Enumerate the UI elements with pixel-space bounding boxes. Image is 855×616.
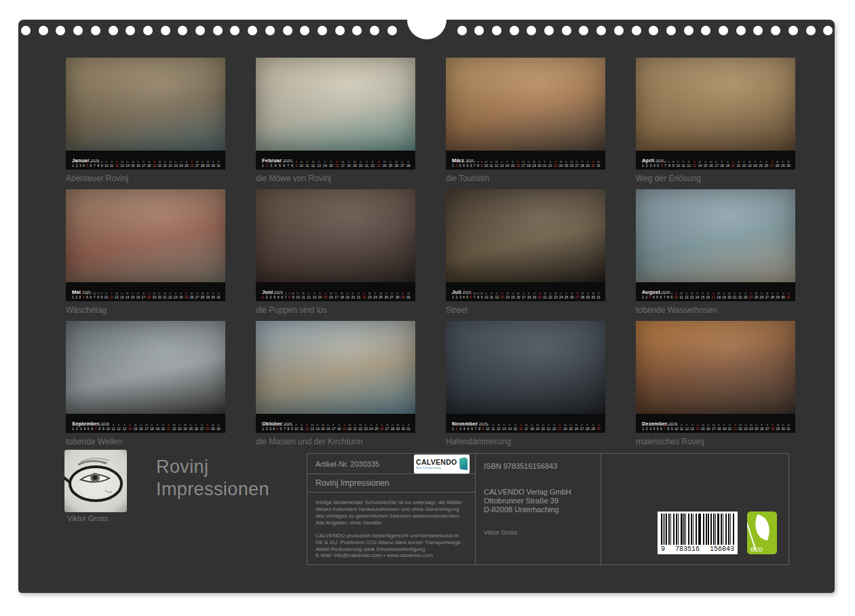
month-photo: [256, 189, 415, 282]
mini-day: M23: [554, 292, 558, 299]
mini-day: M22: [358, 423, 362, 431]
mini-day: S12: [687, 160, 691, 168]
legal-paragraph-eco: CALVENDO produziert bedarfsgerecht und k…: [316, 533, 467, 553]
mini-day: S16: [706, 292, 710, 299]
mini-day: M12: [497, 423, 501, 431]
mini-calendar-days: M1D2M3D4F5S6S7M8D9M10D11F12S13S14M15D16M…: [642, 423, 791, 431]
mini-day: S16: [516, 160, 520, 168]
mini-day: D11: [112, 423, 115, 431]
mini-day: S23: [558, 423, 562, 431]
mini-day: S9: [482, 423, 484, 431]
mini-day: M22: [172, 423, 176, 431]
mini-day: M10: [484, 160, 488, 168]
mini-calendar-days: F1S2S3M4D5M6D7F8S9S10M11D12M13D14F15S16S…: [642, 292, 791, 299]
mini-day: F5: [88, 423, 90, 431]
mini-day: S18: [147, 292, 151, 299]
mini-day: D7: [664, 292, 666, 299]
mini-day: M10: [106, 423, 110, 431]
mini-day: M19: [152, 292, 156, 299]
mini-day: D19: [345, 292, 349, 299]
mini-day: M27: [385, 423, 390, 431]
month-caption: Abenteuer Rovinj: [66, 174, 225, 183]
mini-day: F21: [547, 423, 551, 431]
mini-day: M7: [94, 292, 96, 299]
mini-day: S6: [661, 160, 663, 168]
mini-day: M27: [195, 160, 200, 168]
mini-day: S10: [104, 292, 109, 299]
mini-day: D26: [384, 292, 388, 299]
mini-day: M16: [516, 292, 520, 299]
mini-calendar: Juni2025 S1M2D3M4D5F6S7S8M9D10M11D12F13S…: [256, 282, 415, 301]
calendar-title-line2: Impressionen: [156, 479, 269, 499]
mini-day: D22: [168, 292, 172, 299]
mini-day: F29: [776, 292, 780, 299]
mini-day: S24: [749, 292, 753, 299]
mini-day: F22: [738, 292, 742, 299]
author-photo-sketch: [64, 450, 127, 512]
punch-hole: [614, 26, 624, 35]
mini-day: D14: [696, 292, 700, 299]
mini-day: S13: [690, 423, 694, 431]
month-photo: [66, 321, 225, 414]
calvendo-logo-icon: [459, 457, 468, 470]
mini-day: D4: [463, 423, 466, 431]
punch-hole: [318, 26, 327, 35]
mini-day: S16: [335, 160, 339, 168]
mini-day: D9: [671, 423, 673, 431]
eco-logo: eco: [747, 512, 777, 554]
mini-day: D12: [685, 292, 689, 299]
mini-day: D25: [569, 423, 573, 431]
mini-day: M19: [353, 160, 357, 168]
eco-label: eco: [750, 545, 763, 553]
punch-hole: [39, 26, 48, 35]
mini-day: M14: [698, 160, 702, 168]
calvendo-logo-tagline: Mein Kalenderverlag: [416, 466, 441, 469]
mini-calendar-days: D1M2D3F4S5S6M7D8M9D10F11S12S13M14D15M16D…: [452, 292, 601, 299]
calvendo-logo: CALVENDO Mein Kalenderverlag: [414, 455, 470, 474]
mini-day: M16: [329, 292, 333, 299]
mini-day: S12: [495, 292, 499, 299]
mini-calendar: August2025 F1S2S3M4D5M6D7F8S9S10M11D12M1…: [636, 282, 795, 301]
mini-day: D13: [120, 292, 124, 299]
punch-hole: [544, 26, 554, 35]
mini-day: M1: [642, 423, 644, 431]
mini-day: M28: [201, 292, 205, 299]
month-caption: die Puppen sind los: [256, 305, 415, 315]
mini-day: S29: [586, 160, 590, 168]
mini-day: M17: [521, 160, 525, 168]
month-cell: Oktober2025 M1D2F3S4S5M6D7M8D9F10S11S12M…: [256, 321, 415, 446]
mini-day: M8: [287, 423, 289, 431]
mini-calendar: September2025 M1D2M3D4F5S6S7M8D9M10D11F1…: [66, 414, 225, 433]
mini-day: F28: [406, 160, 411, 168]
mini-day: M2: [265, 292, 267, 299]
mini-day: D27: [575, 160, 580, 168]
mini-day: F2: [75, 292, 77, 299]
mini-day: D18: [347, 160, 351, 168]
mini-day: F24: [369, 423, 373, 431]
mini-day: S27: [765, 423, 770, 431]
mini-day: F18: [527, 292, 531, 299]
mini-day: F10: [104, 160, 109, 168]
mini-day: F7: [474, 160, 476, 168]
mini-day: D4: [275, 160, 277, 168]
punch-hole: [806, 26, 816, 35]
info-column-barcode: 9 783516 156843 eco: [601, 454, 788, 564]
legal-paragraph-rights: Infolge bestehender Schutzrechte ist es …: [316, 499, 467, 526]
mini-day: S14: [318, 292, 322, 299]
mini-day: F19: [723, 423, 727, 431]
mini-day: D9: [291, 423, 293, 431]
mini-day: S22: [552, 423, 556, 431]
mini-day: S30: [781, 292, 785, 299]
mini-calendar-days: S1S2M3D4M5D6F7S8S9M10D11M12D13F14S15S16M…: [452, 160, 601, 168]
mini-day: D27: [580, 423, 584, 431]
mini-day: D22: [548, 292, 552, 299]
mini-day: F16: [136, 292, 140, 299]
mini-day: S13: [500, 292, 504, 299]
mini-day: D2: [646, 423, 648, 431]
mini-day: S5: [86, 160, 88, 168]
mini-day: M24: [183, 423, 187, 431]
mini-day: S19: [725, 160, 729, 168]
mini-day: D25: [189, 423, 193, 431]
mini-day: M21: [737, 160, 741, 168]
mini-day: S31: [216, 292, 221, 299]
